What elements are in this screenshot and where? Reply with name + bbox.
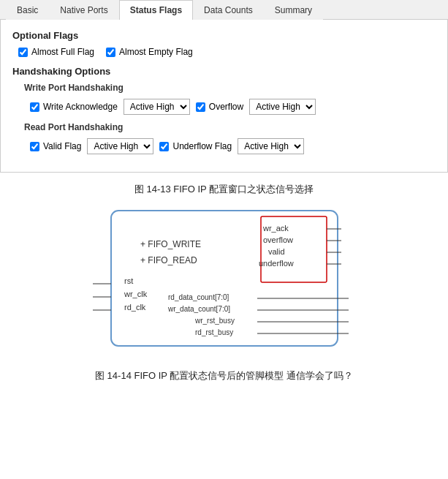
rd-data-count-label: rd_data_count[7:0] [168, 293, 229, 301]
caption2-suffix: 通信学会了吗？ [286, 370, 353, 381]
underflow-label: Underflow Flag [172, 141, 232, 151]
wr-clk-label: wr_clk [124, 290, 148, 298]
wr-rst-busy-label: wr_rst_busy [194, 317, 235, 325]
read-port-title: Read Port Handshaking [24, 122, 436, 132]
valid-flag-item[interactable]: Valid Flag [30, 141, 81, 151]
overflow-item[interactable]: Overflow [196, 102, 243, 112]
tab-status-flags[interactable]: Status Flags [119, 0, 193, 20]
rd-rst-busy-label: rd_rst_busy [195, 328, 233, 336]
tab-summary[interactable]: Summary [264, 0, 323, 20]
write-ack-dropdown[interactable]: Active High Active Low [124, 99, 190, 115]
underflow-checkbox[interactable] [159, 142, 169, 151]
caption1: 图 14-13 FIFO IP 配置窗口之状态信号选择 [0, 183, 448, 196]
valid-flag-dropdown[interactable]: Active High Active Low [87, 138, 153, 154]
write-port-row: Write Acknowledge Active High Active Low… [30, 99, 436, 115]
diagram-area: + FIFO_WRITE + FIFO_READ rst wr_clk rd_c… [0, 203, 448, 361]
wr-data-count-label: wr_data_count[7:0] [167, 305, 230, 313]
optional-flags-title: Optional Flags [12, 30, 436, 41]
caption1-text: 14-13 FIFO IP 配置窗口之状态信号选择 [144, 184, 314, 195]
almost-full-checkbox[interactable] [18, 48, 28, 57]
handshaking-title: Handshaking Options [12, 66, 436, 77]
write-ack-item[interactable]: Write Acknowledge [30, 102, 118, 112]
caption2-text: 配置状态信号后的管脚模型 [170, 370, 284, 381]
caption2-number: 14-14 FIFO IP [107, 370, 167, 381]
fifo-diagram: + FIFO_WRITE + FIFO_READ rst wr_clk rd_c… [67, 203, 381, 361]
underflow-item[interactable]: Underflow Flag [159, 141, 232, 151]
wr-ack-label: wr_ack [262, 224, 289, 233]
tab-bar: Basic Native Ports Status Flags Data Cou… [0, 0, 448, 20]
underflow-label: underflow [259, 259, 294, 268]
overflow-label: overflow [263, 235, 293, 244]
overflow-dropdown[interactable]: Active High Active Low [249, 99, 316, 115]
underflow-dropdown[interactable]: Active High Active Low [238, 138, 304, 154]
caption2: 图 14-14 FIFO IP 配置状态信号后的管脚模型 通信学会了吗？ [0, 369, 448, 388]
fifo-write-label: + FIFO_WRITE [140, 239, 201, 249]
caption1-prefix: 图 [134, 184, 144, 195]
overflow-checkbox[interactable] [196, 102, 205, 112]
read-port-row: Valid Flag Active High Active Low Underf… [30, 138, 436, 154]
almost-empty-label: Almost Empty Flag [119, 47, 193, 57]
write-ack-label: Write Acknowledge [43, 102, 118, 112]
almost-empty-checkbox[interactable] [106, 48, 115, 57]
caption2-prefix: 图 [95, 370, 105, 381]
tab-native-ports[interactable]: Native Ports [49, 0, 118, 20]
fifo-read-label: + FIFO_READ [140, 255, 197, 265]
write-port-title: Write Port Handshaking [24, 83, 436, 93]
almost-empty-flag-item[interactable]: Almost Empty Flag [106, 47, 193, 57]
tab-basic[interactable]: Basic [6, 0, 49, 20]
rst-label: rst [124, 276, 133, 285]
almost-full-flag-item[interactable]: Almost Full Flag [18, 47, 94, 57]
almost-full-label: Almost Full Flag [31, 47, 94, 57]
write-ack-checkbox[interactable] [30, 102, 39, 112]
valid-label: valid [268, 247, 285, 256]
content-area: Optional Flags Almost Full Flag Almost E… [0, 20, 448, 173]
svg-rect-0 [111, 211, 338, 346]
tab-data-counts[interactable]: Data Counts [193, 0, 264, 20]
overflow-label: Overflow [209, 102, 243, 112]
optional-flags-row: Almost Full Flag Almost Empty Flag [18, 47, 436, 57]
rd-clk-label: rd_clk [124, 303, 146, 312]
valid-flag-checkbox[interactable] [30, 142, 39, 151]
valid-flag-label: Valid Flag [43, 141, 81, 151]
